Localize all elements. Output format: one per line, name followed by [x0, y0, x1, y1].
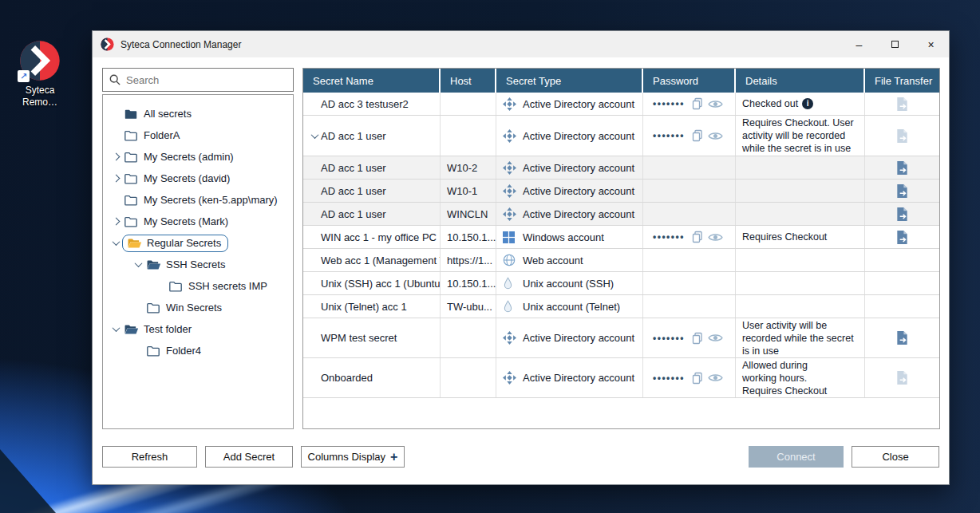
maximize-icon [891, 41, 899, 48]
cell-secret-type: Active Directory account [496, 156, 643, 179]
password-dots: ••••••• [653, 98, 685, 109]
search-input[interactable] [126, 74, 286, 86]
cell-file-transfer [865, 93, 939, 115]
chevron-right-icon[interactable] [112, 175, 120, 183]
chevron-right-icon[interactable] [112, 153, 120, 161]
eye-icon[interactable] [708, 373, 723, 383]
cell-details [736, 272, 865, 294]
copy-icon[interactable] [691, 332, 704, 345]
cell-host [441, 358, 496, 397]
chevron-down-icon[interactable] [134, 259, 142, 267]
tree-item-regular-secrets[interactable]: Regular Secrets [103, 232, 293, 254]
chevron-down-icon[interactable] [112, 324, 120, 332]
table-row-ad-acc-1-user[interactable]: AD acc 1 userWINCLNActive Directory acco… [303, 203, 939, 226]
expander-slot [109, 154, 122, 160]
tree-item-foldera[interactable]: FolderA [103, 124, 293, 146]
search-box[interactable] [102, 68, 294, 92]
eye-icon[interactable] [708, 99, 723, 109]
maximize-button[interactable] [877, 31, 913, 57]
chevron-down-icon[interactable] [310, 131, 318, 139]
tree-item-label: Test folder [144, 323, 192, 335]
copy-icon[interactable] [691, 372, 704, 385]
copy-icon[interactable] [691, 231, 704, 243]
minimize-button[interactable]: – [841, 31, 877, 57]
close-button[interactable]: Close [852, 446, 939, 468]
tree-item-win-secrets[interactable]: Win Secrets [103, 297, 293, 318]
expander-slot [109, 176, 122, 181]
table-row-unix-ssh-acc-1-ubuntu-22-0[interactable]: Unix (SSH) acc 1 (Ubuntu 22.010.150.1...… [303, 272, 939, 295]
cell-file-transfer [865, 116, 939, 156]
tree-item-test-folder[interactable]: Test folder [103, 318, 293, 340]
syteca-connection-manager-window: Syteca Connection Manager – × All secret… [92, 30, 950, 485]
header-secret-name[interactable]: Secret Name [303, 69, 441, 93]
table-row-unix-telnet-acc-1[interactable]: Unix (Telnet) acc 1TW-ubu...Unix account… [303, 295, 939, 318]
cell-password: ••••••• [643, 93, 736, 115]
header-host[interactable]: Host [441, 69, 496, 93]
tree-item-my-secrets-mark[interactable]: My Secrets (Mark) [103, 211, 293, 232]
columns-display-button[interactable]: Columns Display + [301, 446, 405, 468]
cell-file-transfer [865, 249, 939, 271]
header-password[interactable]: Password [643, 69, 736, 93]
cell-host: WINCLN [441, 203, 496, 225]
tree-item-ssh-secrets[interactable]: SSH Secrets [103, 254, 293, 275]
table-row-ad-acc-1-user[interactable]: AD acc 1 userW10-1Active Directory accou… [303, 180, 939, 203]
tree-item-all-secrets[interactable]: All secrets [103, 103, 293, 124]
cell-details [736, 180, 865, 202]
table-row-onboarded[interactable]: OnboardedActive Directory account•••••••… [303, 358, 939, 398]
file-transfer-icon[interactable] [895, 207, 910, 222]
table-row-ad-acc-1-user[interactable]: AD acc 1 userW10-2Active Directory accou… [303, 156, 939, 180]
tree-item-my-secrets-david[interactable]: My Secrets (david) [103, 168, 293, 189]
secret-name-text: AD acc 3 testuser2 [321, 98, 409, 110]
eye-icon[interactable] [708, 131, 723, 141]
header-details[interactable]: Details [736, 69, 865, 93]
cell-file-transfer [865, 226, 939, 248]
connect-button[interactable]: Connect [749, 446, 844, 468]
password-dots: ••••••• [653, 231, 685, 243]
cell-file-transfer [865, 272, 939, 294]
title-bar[interactable]: Syteca Connection Manager – × [93, 31, 949, 57]
file-transfer-icon[interactable] [895, 183, 910, 199]
chevron-down-icon[interactable] [112, 238, 120, 246]
file-transfer-icon[interactable] [895, 160, 910, 176]
eye-icon[interactable] [708, 333, 723, 343]
selected-tree-item-box: Regular Secrets [122, 235, 228, 252]
secrets-table: Secret Name Host Secret Type Password De… [302, 68, 940, 429]
table-row-ad-acc-1-user[interactable]: AD acc 1 userActive Directory account•••… [303, 116, 939, 156]
file-transfer-icon[interactable] [895, 330, 910, 345]
add-secret-button[interactable]: Add Secret [205, 446, 293, 468]
folder-outline-icon [168, 280, 184, 293]
table-row-ad-acc-3-testuser2[interactable]: AD acc 3 testuser2Active Directory accou… [303, 93, 939, 116]
cell-host [441, 318, 496, 357]
table-row-web-acc-1-management-too[interactable]: Web acc 1 (Management Toohttps://1...Web… [303, 249, 939, 272]
file-transfer-icon[interactable] [895, 230, 910, 245]
tree-item-my-secrets-ken-5-app-mary[interactable]: My Secrets (ken-5.app\mary) [103, 189, 293, 211]
folder-open-icon [146, 258, 161, 271]
tree-item-folder4[interactable]: Folder4 [103, 340, 293, 361]
cell-details [736, 203, 865, 225]
table-row-win-acc-1-my-office-pc[interactable]: WIN acc 1 - my office PC10.150.1...Windo… [303, 226, 939, 249]
eye-icon[interactable] [708, 232, 723, 243]
details-text: Requires Checkout. User activity will be… [742, 116, 859, 155]
cell-file-transfer [865, 203, 939, 225]
info-icon[interactable]: i [802, 98, 813, 109]
refresh-button[interactable]: Refresh [102, 446, 197, 468]
tree-item-my-secrets-admin[interactable]: My Secrets (admin) [103, 146, 293, 168]
tree-item-label: Regular Secrets [147, 237, 221, 249]
table-row-wpm-test-secret[interactable]: WPM test secretActive Directory account•… [303, 318, 939, 358]
header-secret-type[interactable]: Secret Type [496, 69, 643, 93]
secret-type-label: Active Directory account [523, 162, 634, 174]
desktop-shortcut-syteca[interactable]: ↗ Syteca Remo… [11, 40, 69, 109]
cell-password: ••••••• [643, 226, 736, 248]
expander-slot [109, 219, 122, 224]
folder-open-yellow-icon [127, 237, 142, 250]
cell-host: 10.150.1... [441, 272, 496, 294]
close-window-button[interactable]: × [913, 31, 949, 57]
tree-item-label: SSH Secrets [166, 258, 225, 270]
copy-icon[interactable] [691, 97, 704, 110]
copy-icon[interactable] [691, 129, 704, 142]
chevron-right-icon[interactable] [112, 218, 120, 226]
header-file-transfer[interactable]: File Transfer [865, 69, 939, 93]
tree-item-ssh-secrets-imp[interactable]: SSH secrets IMP [103, 275, 293, 297]
cell-secret-name: Unix (SSH) acc 1 (Ubuntu 22.0 [303, 272, 441, 294]
tree-item-label: My Secrets (Mark) [144, 215, 228, 227]
